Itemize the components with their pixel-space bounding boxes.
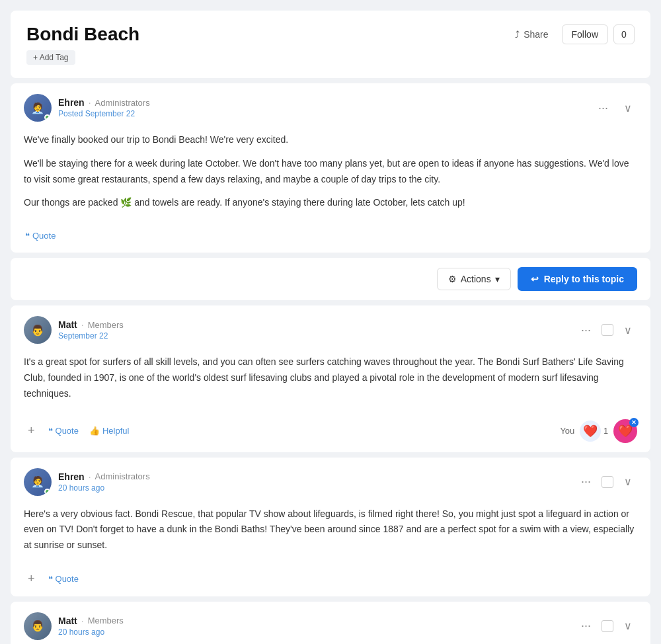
author-name-group: Ehren · Administrators Posted September …	[58, 97, 150, 118]
select-checkbox[interactable]	[602, 324, 613, 336]
reaction-button[interactable]: ❤️	[580, 421, 601, 442]
post-footer: + ❝ Quote	[11, 564, 650, 596]
quote-button[interactable]: ❝ Quote	[47, 423, 80, 438]
post-footer: ❝ Quote	[11, 221, 650, 253]
post-text: We've finally booked our trip to Bondi B…	[24, 132, 637, 211]
avatar-image: 👨	[31, 324, 44, 337]
post-text: Here's a very obvious fact. Bondi Rescue…	[24, 506, 637, 553]
post-author-info: 👨 Matt · Members 20 hours ago	[24, 612, 124, 640]
quote-icon: ❝	[48, 426, 53, 436]
post-more-button[interactable]: ···	[576, 321, 596, 340]
avatar-image: 👨	[31, 620, 44, 632]
topic-header: Bondi Beach + Add Tag ⤴ Share Follow 0	[11, 11, 650, 78]
avatar-image: 🧑‍💼	[31, 102, 44, 114]
post-header: 🧑‍💼 Ehren · Administrators Posted Septem…	[11, 83, 650, 127]
avatar: 🧑‍💼	[24, 94, 52, 122]
select-checkbox[interactable]	[602, 620, 613, 632]
topic-header-right: ⤴ Share Follow 0	[507, 24, 635, 45]
post-header: 👨 Matt · Members 20 hours ago ··· ∨	[11, 602, 650, 644]
add-heart-button[interactable]: ❤️ ✕	[613, 419, 637, 443]
select-checkbox[interactable]	[602, 476, 613, 488]
avatar-image: 🧑‍💼	[31, 475, 44, 488]
add-reaction-button[interactable]: +	[24, 571, 39, 587]
thumbs-up-icon: 👍	[89, 426, 100, 436]
share-icon: ⤴	[515, 29, 520, 40]
add-reaction-button[interactable]: +	[24, 423, 39, 439]
post-more-button[interactable]: ···	[576, 472, 596, 491]
post-date: 20 hours ago	[58, 627, 124, 637]
post-footer-left: ❝ Quote	[24, 228, 57, 243]
author-name-line: Matt · Members	[58, 319, 124, 330]
post-text: It's a great spot for surfers of all ski…	[24, 354, 637, 401]
add-tag-button[interactable]: + Add Tag	[26, 50, 75, 65]
post-card: 👨 Matt · Members September 22 ··· ∨	[11, 305, 650, 452]
author-name-group: Ehren · Administrators 20 hours ago	[58, 471, 150, 493]
you-label: You	[560, 426, 574, 436]
post-body: We've finally booked our trip to Bondi B…	[11, 127, 650, 221]
post-footer: + ❝ Quote 👍 Helpful You ❤️ 1	[11, 413, 650, 452]
post-author-info: 👨 Matt · Members September 22	[24, 316, 124, 344]
topic-title: Bondi Beach	[26, 24, 139, 45]
avatar: 👨	[24, 316, 52, 344]
author-role: Administrators	[95, 471, 150, 481]
post-author-info: 🧑‍💼 Ehren · Administrators Posted Septem…	[24, 94, 150, 122]
author-role: Members	[88, 320, 124, 330]
author-name-line: Ehren · Administrators	[58, 97, 150, 108]
quote-button[interactable]: ❝ Quote	[24, 228, 57, 243]
avatar: 👨	[24, 612, 52, 640]
post-meta-actions: ··· ∨	[576, 472, 637, 491]
post-meta-actions: ··· ∨	[576, 616, 637, 635]
quote-button[interactable]: ❝ Quote	[47, 571, 80, 586]
post-meta-actions: ··· ∨	[576, 321, 637, 340]
author-name: Matt	[58, 616, 77, 626]
collapse-button[interactable]: ∨	[619, 99, 637, 117]
separator: ·	[81, 616, 84, 626]
avatar: 🧑‍💼	[24, 468, 52, 496]
helpful-button[interactable]: 👍 Helpful	[88, 423, 130, 438]
follow-count: 0	[613, 24, 635, 44]
quote-icon: ❝	[48, 574, 53, 584]
separator: ·	[81, 319, 84, 330]
post-more-button[interactable]: ···	[593, 99, 613, 118]
actions-bar: ⚙ Actions ▾ ↩ Reply to this topic	[11, 258, 650, 300]
post-header: 🧑‍💼 Ehren · Administrators 20 hours ago …	[11, 458, 650, 501]
post-date: Posted September 22	[58, 109, 150, 118]
author-name-group: Matt · Members 20 hours ago	[58, 616, 124, 637]
collapse-button[interactable]: ∨	[619, 617, 637, 635]
follow-button[interactable]: Follow	[562, 24, 608, 44]
post-footer-left: + ❝ Quote 👍 Helpful	[24, 423, 130, 439]
post-card: 🧑‍💼 Ehren · Administrators 20 hours ago …	[11, 458, 650, 596]
collapse-button[interactable]: ∨	[619, 321, 637, 339]
post-body: Here's a very obvious fact. Bondi Rescue…	[11, 501, 650, 564]
online-indicator	[44, 114, 50, 120]
topic-header-left: Bondi Beach + Add Tag	[26, 24, 139, 65]
post-author-info: 🧑‍💼 Ehren · Administrators 20 hours ago	[24, 468, 150, 496]
collapse-button[interactable]: ∨	[619, 473, 637, 491]
post-date: September 22	[58, 331, 124, 341]
author-name-group: Matt · Members September 22	[58, 319, 124, 341]
author-name-line: Matt · Members	[58, 616, 124, 626]
author-role: Members	[88, 616, 124, 625]
post-date: 20 hours ago	[58, 483, 150, 493]
actions-button[interactable]: ⚙ Actions ▾	[437, 268, 511, 290]
author-name: Matt	[58, 319, 77, 330]
post-card: 🧑‍💼 Ehren · Administrators Posted Septem…	[11, 83, 650, 253]
reaction-count: 1	[603, 426, 608, 436]
reaction-group: ❤️ 1	[580, 421, 608, 442]
reply-button[interactable]: ↩ Reply to this topic	[518, 267, 637, 291]
separator: ·	[89, 97, 91, 108]
post-more-button[interactable]: ···	[576, 616, 596, 635]
post-card: 👨 Matt · Members 20 hours ago ··· ∨	[11, 602, 650, 644]
author-name: Ehren	[58, 471, 85, 482]
separator: ·	[89, 471, 91, 482]
post-meta-actions: ··· ∨	[593, 99, 637, 118]
post-footer-right: You ❤️ 1 ❤️ ✕	[560, 419, 637, 443]
gear-icon: ⚙	[448, 274, 457, 284]
reply-icon: ↩	[531, 274, 539, 284]
share-button[interactable]: ⤴ Share	[507, 24, 556, 45]
online-indicator	[44, 489, 50, 495]
reaction-emoji: ❤️	[583, 424, 598, 438]
quote-icon: ❝	[25, 231, 30, 241]
remove-reaction-icon: ✕	[629, 418, 639, 427]
author-name-line: Ehren · Administrators	[58, 471, 150, 482]
